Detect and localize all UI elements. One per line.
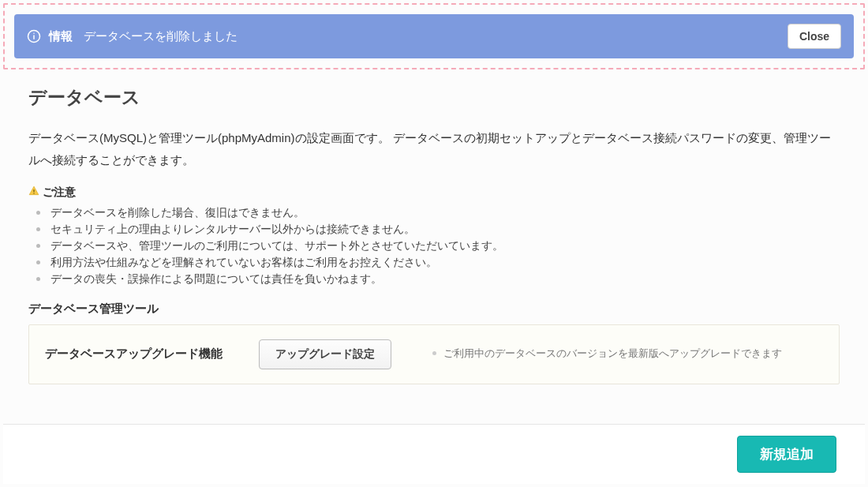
info-banner-message: データベースを削除しました: [84, 29, 238, 44]
info-icon: [27, 29, 41, 43]
page-title: データベース: [28, 85, 840, 110]
page-description: データベース(MySQL)と管理ツール(phpMyAdmin)の設定画面です。 …: [28, 127, 840, 171]
caution-heading: ご注意: [28, 185, 840, 200]
info-banner: 情報 データベースを削除しました Close: [14, 14, 854, 58]
upgrade-label: データベースアップグレード機能: [45, 347, 223, 362]
list-item: データベースや、管理ツールのご利用については、サポート外とさせていただいています…: [47, 238, 840, 254]
upgrade-note-list: ご利用中のデータベースのバージョンを最新版へアップグレードできます: [428, 345, 823, 363]
list-item: データベースを削除した場合、復旧はできません。: [47, 204, 840, 221]
list-item: セキュリティ上の理由よりレンタルサーバー以外からは接続できません。: [47, 221, 840, 238]
tools-section-title: データベース管理ツール: [28, 302, 840, 317]
svg-point-4: [33, 193, 34, 193]
highlighted-notification-region: 情報 データベースを削除しました Close: [3, 3, 865, 69]
caution-heading-text: ご注意: [43, 185, 76, 200]
warning-icon: [28, 185, 39, 199]
add-new-button[interactable]: 新規追加: [737, 436, 836, 473]
info-banner-label: 情報: [49, 29, 73, 44]
list-item: 利用方法や仕組みなどを理解されていないお客様はご利用をお控えください。: [47, 254, 840, 271]
main-content: データベース データベース(MySQL)と管理ツール(phpMyAdmin)の設…: [0, 73, 868, 392]
close-button[interactable]: Close: [788, 24, 841, 49]
caution-block: ご注意 データベースを削除した場合、復旧はできません。 セキュリティ上の理由より…: [28, 185, 840, 287]
upgrade-note: ご利用中のデータベースのバージョンを最新版へアップグレードできます: [443, 345, 823, 363]
footer-bar: 新規追加: [3, 424, 865, 484]
upgrade-settings-button[interactable]: アップグレード設定: [259, 339, 391, 369]
list-item: データの喪失・誤操作による問題については責任を負いかねます。: [47, 271, 840, 287]
svg-point-2: [33, 33, 35, 35]
caution-list: データベースを削除した場合、復旧はできません。 セキュリティ上の理由よりレンタル…: [28, 204, 840, 287]
upgrade-tool-panel: データベースアップグレード機能 アップグレード設定 ご利用中のデータベースのバー…: [28, 324, 840, 384]
